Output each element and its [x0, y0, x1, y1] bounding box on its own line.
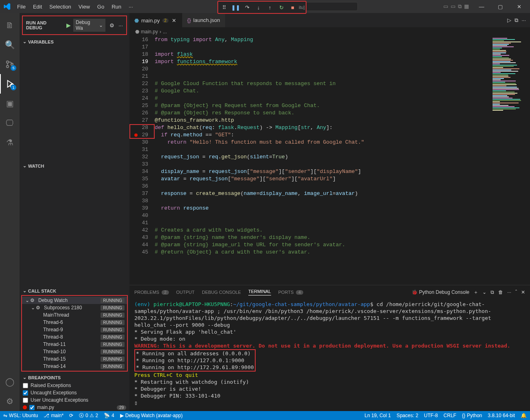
callstack-row[interactable]: Thread-11RUNNING [22, 341, 127, 348]
layout-secondary-icon[interactable]: ⧉ [458, 3, 462, 10]
panel-maximize-icon[interactable]: ˆ [515, 289, 517, 295]
terminal-selector[interactable]: 🐞 Python Debug Console [412, 289, 469, 295]
debug-config-select[interactable]: Debug Wa ⌄ [73, 19, 105, 32]
callstack-row[interactable]: Thread-6RUNNING [22, 319, 127, 326]
debug-stop-icon[interactable]: ■ [287, 2, 298, 12]
menu-edit[interactable]: Edit [30, 2, 45, 11]
editor-more-icon[interactable]: ··· [521, 17, 526, 23]
line-gutter[interactable]: 1617181920212223242526272829303132333435… [129, 36, 155, 285]
status-eol[interactable]: CRLF [444, 413, 456, 418]
callstack-row[interactable]: Thread-14RUNNING [22, 363, 127, 370]
debug-toolbar[interactable]: ⠿ ❚❚ ↷ ↓ ↑ ↻ ■ itu] [217, 1, 307, 14]
status-bar: ⇋ WSL: Ubuntu ⎇ main* ⟳ ⓧ 0 ⚠ 2 📡 4 ▶ De… [0, 411, 530, 420]
panel-debug-console[interactable]: DEBUG CONSOLE [202, 290, 241, 295]
minimap[interactable] [491, 36, 530, 285]
panel-problems[interactable]: PROBLEMS 2 [134, 290, 169, 295]
status-sync[interactable]: ⟳ [69, 413, 73, 418]
panel-close-icon[interactable]: ✕ [521, 289, 525, 295]
section-variables[interactable]: ⌄ VARIABLES [20, 37, 129, 46]
status-language[interactable]: {} Python [462, 413, 482, 418]
status-notifications-icon[interactable]: 🔔 [521, 413, 527, 418]
status-lncol[interactable]: Ln 19, Col 1 [364, 413, 391, 418]
start-debug-icon[interactable]: ▶ [66, 22, 71, 28]
panel-tabs: PROBLEMS 2 OUTPUT DEBUG CONSOLE TERMINAL… [129, 285, 530, 299]
activity-testing-icon[interactable]: ⚗ [0, 133, 20, 152]
debug-settings-icon[interactable]: ⚙ [108, 22, 116, 28]
status-python[interactable]: 3.8.10 64-bit [488, 413, 515, 418]
status-spaces[interactable]: Spaces: 2 [396, 413, 418, 418]
bp-user-uncaught[interactable]: User Uncaught Exceptions [20, 396, 129, 404]
menu-selection[interactable]: Selection [46, 2, 74, 11]
bp-uncaught[interactable]: Uncaught Exceptions [20, 389, 129, 396]
debug-drag-handle-icon[interactable]: ⠿ [219, 2, 230, 12]
debug-pause-icon[interactable]: ❚❚ [230, 2, 241, 12]
code-content[interactable]: from typing import Any, Mappingimport fl… [155, 36, 491, 285]
section-watch[interactable]: ⌄ WATCH [20, 162, 129, 170]
callstack-row[interactable]: ⌄⚙Subprocess 2180RUNNING [22, 304, 127, 311]
code-editor[interactable]: 1617181920212223242526272829303132333435… [129, 36, 530, 285]
tab-main-py[interactable]: ⬣ main.py 2 ✕ [129, 13, 182, 27]
menu-go[interactable]: Go [94, 2, 107, 11]
section-breakpoints[interactable]: ⌄ BREAKPOINTS [20, 373, 129, 382]
split-editor-icon[interactable]: ⧉ [515, 17, 518, 24]
panel-ports[interactable]: PORTS 4 [278, 290, 303, 295]
layout-customize-icon[interactable]: ▦ [464, 3, 469, 10]
terminal-running-highlight: * Running on all addresses (0.0.0.0) * R… [134, 349, 256, 372]
run-file-icon[interactable]: ▷ [507, 17, 511, 23]
debug-restart-icon[interactable]: ↻ [276, 2, 287, 12]
callstack-row[interactable]: Thread-15RUNNING [22, 355, 127, 363]
debug-step-out-icon[interactable]: ↑ [265, 2, 275, 12]
bp-file[interactable]: main.py29 [20, 404, 129, 411]
debug-step-over-icon[interactable]: ↷ [242, 2, 252, 12]
breadcrumb[interactable]: ⬣ main.py › ... [129, 27, 530, 36]
callstack-row[interactable]: Thread-9RUNNING [22, 326, 127, 333]
layout-primary-icon[interactable]: ▭ [443, 3, 448, 10]
status-debug-target[interactable]: ▶ Debug Watch (avatar-app) [120, 413, 183, 418]
tab-close-icon[interactable]: ✕ [171, 18, 177, 24]
activity-explorer-icon[interactable]: 🗎 [0, 15, 20, 35]
debug-more-icon[interactable]: ··· [118, 22, 123, 28]
menu-view[interactable]: View [75, 2, 93, 11]
callstack-row[interactable]: MainThreadRUNNING [22, 311, 127, 319]
activity-accounts-icon[interactable]: ◯ [0, 372, 20, 392]
breakpoints-body: Raised Exceptions Uncaught Exceptions Us… [20, 382, 129, 411]
activity-extensions-icon[interactable]: ▣ [0, 94, 20, 113]
kill-terminal-icon[interactable]: 🗑 [498, 289, 503, 295]
menu-file[interactable]: File [14, 2, 29, 11]
new-terminal-icon[interactable]: ＋ [473, 289, 478, 296]
section-callstack[interactable]: ⌄ CALL STACK [20, 287, 129, 295]
menu-run[interactable]: Run [108, 2, 125, 11]
callstack-row[interactable]: Thread-8RUNNING [22, 333, 127, 341]
svg-point-0 [7, 61, 9, 63]
callstack-row[interactable]: Thread-10RUNNING [22, 348, 127, 355]
activity-remote-icon[interactable]: 🖵 [0, 113, 20, 133]
terminal-dropdown-icon[interactable]: ⌄ [482, 289, 486, 295]
debug-badge: 1 [11, 85, 16, 90]
layout-panel-icon[interactable]: ▭ [451, 3, 456, 10]
panel-terminal[interactable]: TERMINAL [248, 289, 271, 295]
status-encoding[interactable]: UTF-8 [424, 413, 438, 418]
status-ports[interactable]: 📡 4 [104, 413, 114, 418]
activity-debug-icon[interactable]: 1 [0, 74, 20, 94]
tab-launch-json[interactable]: {} launch.json [182, 13, 225, 27]
bp-raised[interactable]: Raised Exceptions [20, 382, 129, 389]
activity-settings-icon[interactable]: ⚙ [0, 392, 20, 411]
status-remote[interactable]: ⇋ WSL: Ubuntu [3, 413, 38, 418]
breakpoint-dot-icon [23, 405, 27, 409]
split-terminal-icon[interactable]: ⧉ [491, 289, 494, 295]
window-minimize-icon[interactable]: — [472, 0, 491, 13]
debug-step-into-icon[interactable]: ↓ [253, 2, 264, 12]
status-branch[interactable]: ⎇ main* [44, 413, 64, 418]
window-close-icon[interactable]: ✕ [510, 0, 528, 13]
panel-more-icon[interactable]: ··· [507, 289, 511, 295]
window-maximize-icon[interactable]: ▢ [491, 0, 510, 13]
terminal-content[interactable]: (env) pierrick@LAPTOP-HKU5PNNG:~/git/goo… [129, 299, 530, 411]
callstack-row[interactable]: ⌄⚙Debug WatchRUNNING [22, 297, 127, 304]
activity-scm-icon[interactable]: 5 [0, 55, 20, 74]
status-problems[interactable]: ⓧ 0 ⚠ 2 [79, 412, 98, 419]
debug-sidebar: RUN AND DEBUG ▶ Debug Wa ⌄ ⚙ ··· ⌄ VARIA… [20, 13, 129, 411]
panel-output[interactable]: OUTPUT [176, 290, 195, 295]
json-file-icon: {} [187, 17, 191, 23]
menu-more-icon[interactable]: ··· [125, 2, 136, 11]
activity-search-icon[interactable]: 🔍 [0, 35, 20, 55]
